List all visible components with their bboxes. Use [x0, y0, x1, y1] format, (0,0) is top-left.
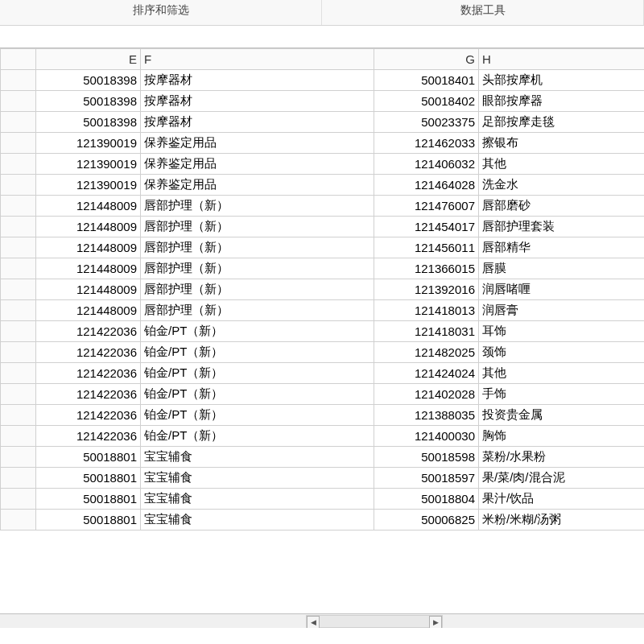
cell[interactable]: 眼部按摩器	[479, 91, 645, 112]
cell[interactable]: 50018398	[36, 70, 141, 91]
cell[interactable]: 保养鉴定用品	[141, 175, 374, 196]
cell[interactable]: 唇部护理（新）	[141, 217, 374, 237]
cell[interactable]: 121462033	[374, 133, 479, 154]
cell[interactable]: 洗金水	[479, 175, 645, 196]
cell[interactable]: 铂金/PT（新）	[141, 363, 374, 384]
cell[interactable]: 121418031	[374, 321, 479, 342]
cell[interactable]: 菜粉/水果粉	[479, 447, 645, 468]
cell[interactable]: 胸饰	[479, 426, 645, 447]
row-header[interactable]	[1, 196, 36, 217]
cell[interactable]: 121448009	[36, 237, 141, 258]
row-header[interactable]	[1, 405, 36, 426]
cell[interactable]: 唇部精华	[479, 237, 645, 258]
cell[interactable]: 唇膜	[479, 258, 645, 279]
row-header[interactable]	[1, 175, 36, 196]
cell[interactable]: 宝宝辅食	[141, 510, 374, 530]
row-header[interactable]	[1, 300, 36, 321]
cell[interactable]: 121448009	[36, 300, 141, 321]
cell[interactable]: 唇部护理（新）	[141, 237, 374, 258]
cell[interactable]: 唇部护理套装	[479, 217, 645, 237]
cell[interactable]: 121400030	[374, 426, 479, 447]
cell[interactable]: 头部按摩机	[479, 70, 645, 91]
cell[interactable]: 保养鉴定用品	[141, 133, 374, 154]
cell[interactable]: 50018597	[374, 468, 479, 489]
row-header[interactable]	[1, 258, 36, 279]
cell[interactable]: 121422036	[36, 426, 141, 447]
cell[interactable]: 50018402	[374, 91, 479, 112]
cell[interactable]: 果汁/饮品	[479, 489, 645, 510]
horizontal-scrollbar[interactable]: ◀ ▶	[0, 613, 644, 628]
cell[interactable]: 唇部护理（新）	[141, 196, 374, 217]
cell[interactable]: 121406032	[374, 154, 479, 175]
cell[interactable]: 121366015	[374, 258, 479, 279]
column-header-H[interactable]: H	[479, 49, 645, 70]
cell[interactable]: 果/菜/肉/混合泥	[479, 468, 645, 489]
cell[interactable]: 121448009	[36, 196, 141, 217]
scroll-right-button[interactable]: ▶	[429, 616, 442, 629]
cell[interactable]: 121456011	[374, 237, 479, 258]
cell[interactable]: 121390019	[36, 133, 141, 154]
cell[interactable]: 铂金/PT（新）	[141, 342, 374, 363]
cell[interactable]: 擦银布	[479, 133, 645, 154]
cell[interactable]: 121390019	[36, 175, 141, 196]
row-header[interactable]	[1, 468, 36, 489]
spreadsheet-grid[interactable]: E F G H 50018398按摩器材50018401头部按摩机5001839…	[0, 48, 644, 628]
cell[interactable]: 铂金/PT（新）	[141, 426, 374, 447]
row-header[interactable]	[1, 91, 36, 112]
cell[interactable]: 唇部护理（新）	[141, 300, 374, 321]
cell[interactable]: 121454017	[374, 217, 479, 237]
cell[interactable]: 宝宝辅食	[141, 447, 374, 468]
cell[interactable]: 宝宝辅食	[141, 468, 374, 489]
cell[interactable]: 50018401	[374, 70, 479, 91]
row-header[interactable]	[1, 510, 36, 530]
cell[interactable]: 铂金/PT（新）	[141, 405, 374, 426]
cell[interactable]: 50018801	[36, 447, 141, 468]
row-header[interactable]	[1, 112, 36, 133]
row-header[interactable]	[1, 321, 36, 342]
ribbon-group-sort-filter[interactable]: 排序和筛选	[0, 0, 322, 25]
cell[interactable]: 50018398	[36, 91, 141, 112]
cell[interactable]: 121448009	[36, 279, 141, 300]
cell[interactable]: 润唇膏	[479, 300, 645, 321]
cell[interactable]: 润唇啫喱	[479, 279, 645, 300]
cell[interactable]: 121392016	[374, 279, 479, 300]
row-header[interactable]	[1, 447, 36, 468]
row-header[interactable]	[1, 342, 36, 363]
cell[interactable]: 唇部护理（新）	[141, 258, 374, 279]
cell[interactable]: 颈饰	[479, 342, 645, 363]
cell[interactable]: 121422036	[36, 384, 141, 405]
cell[interactable]: 手饰	[479, 384, 645, 405]
cell[interactable]: 其他	[479, 154, 645, 175]
row-header[interactable]	[1, 217, 36, 237]
cell[interactable]: 铂金/PT（新）	[141, 321, 374, 342]
cell[interactable]: 50023375	[374, 112, 479, 133]
cell[interactable]: 保养鉴定用品	[141, 154, 374, 175]
column-header-G[interactable]: G	[374, 49, 479, 70]
row-header[interactable]	[1, 384, 36, 405]
cell[interactable]: 唇部磨砂	[479, 196, 645, 217]
row-header[interactable]	[1, 279, 36, 300]
cell[interactable]: 121422036	[36, 405, 141, 426]
cell[interactable]: 121464028	[374, 175, 479, 196]
cell[interactable]: 121448009	[36, 217, 141, 237]
row-header[interactable]	[1, 363, 36, 384]
cell[interactable]: 121482025	[374, 342, 479, 363]
cell[interactable]: 121390019	[36, 154, 141, 175]
cell[interactable]: 121476007	[374, 196, 479, 217]
cell[interactable]: 50018598	[374, 447, 479, 468]
cell[interactable]: 121422036	[36, 321, 141, 342]
cell[interactable]: 50006825	[374, 510, 479, 530]
cell[interactable]: 按摩器材	[141, 70, 374, 91]
scroll-left-button[interactable]: ◀	[307, 616, 320, 629]
cell[interactable]: 121448009	[36, 258, 141, 279]
cell[interactable]: 121402028	[374, 384, 479, 405]
cell[interactable]: 耳饰	[479, 321, 645, 342]
cell[interactable]: 121424024	[374, 363, 479, 384]
scroll-track[interactable]: ◀ ▶	[306, 615, 443, 628]
row-header[interactable]	[1, 237, 36, 258]
row-header[interactable]	[1, 70, 36, 91]
cell[interactable]: 米粉/米糊/汤粥	[479, 510, 645, 530]
cell[interactable]: 50018804	[374, 489, 479, 510]
row-header[interactable]	[1, 489, 36, 510]
formula-bar[interactable]	[0, 26, 644, 48]
